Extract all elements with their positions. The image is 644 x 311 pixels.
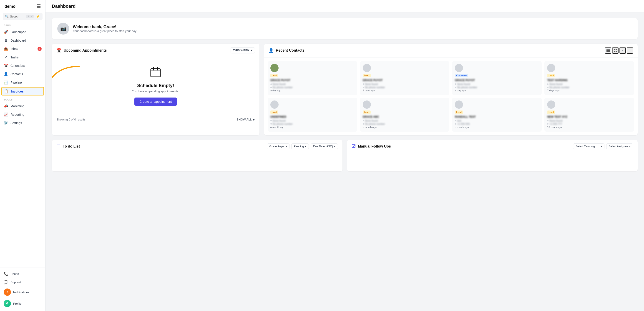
bolt-icon: ⚡ (36, 14, 40, 18)
next-button[interactable]: › (627, 47, 633, 54)
contact-card-7[interactable]: Lead RANDALL TEST test +1 555 555 a mont… (452, 98, 542, 132)
sidebar-item-contacts[interactable]: 👤 Contacts (0, 70, 45, 78)
campaign-filter-label: Select Campaign ... (576, 145, 600, 148)
svg-rect-8 (614, 49, 615, 50)
appointments-header: 📅 Upcoming Appointments THIS WEEK ▾ (52, 44, 260, 57)
contact-detail-2a: None found (363, 83, 447, 86)
sidebar-item-marketing[interactable]: 📣 Marketing (0, 102, 45, 110)
contact-detail-8b: +1 555 777 (547, 122, 631, 125)
contact-card-5[interactable]: Lead UNDEFINED None found No phone numbe… (268, 98, 357, 132)
contact-tag-6: Lead (363, 110, 371, 114)
campaign-filter-button[interactable]: Select Campaign ... ▾ (573, 144, 604, 149)
todo-body (52, 153, 342, 172)
contact-tag-1: Lead (270, 74, 278, 77)
camera-icon: 📷 (60, 26, 66, 32)
sidebar-item-reporting[interactable]: 📈 Reporting (0, 110, 45, 119)
inbox-icon: 📥 (4, 46, 8, 51)
reporting-icon: 📈 (4, 112, 8, 116)
sidebar-item-pipeline[interactable]: 📊 Pipeline (0, 78, 45, 86)
sidebar-profile[interactable]: G Profile (0, 298, 45, 309)
create-appointment-button[interactable]: Create an appointment (134, 98, 177, 106)
sidebar-item-launchpad[interactable]: 🚀 Launchpad (0, 28, 45, 36)
contacts-icon: 👤 (4, 72, 8, 76)
contact-tag-8: Lead (547, 110, 555, 114)
phone-icon: 📞 (4, 272, 8, 276)
main-content: Dashboard 📷 Welcome back, Grace! Your da… (46, 0, 644, 311)
svg-rect-7 (606, 52, 610, 52)
sidebar-item-settings[interactable]: ⚙️ Settings (0, 119, 45, 127)
sidebar-notifications[interactable]: 7 Notifications (0, 286, 45, 298)
contact-tag-2: Lead (363, 74, 371, 77)
empty-title: Schedule Empty! (137, 83, 174, 88)
contact-name-5: UNDEFINED (270, 115, 354, 118)
svg-rect-6 (606, 50, 610, 51)
contact-card-2[interactable]: Lead GRACE PUYOT None found No phone num… (360, 61, 450, 95)
sort-filter-label: Due Date (ASC) (313, 145, 333, 148)
contact-card-4[interactable]: Lead TEST HARDING None found No phone nu… (544, 61, 634, 95)
avatar: G (4, 300, 11, 307)
grid-view-button[interactable] (612, 47, 618, 54)
appointments-actions: THIS WEEK ▾ (230, 47, 255, 54)
owner-filter-button[interactable]: Grace Puyot ▾ (267, 144, 290, 149)
sidebar-item-dashboard[interactable]: ⊞ Dashboard (0, 36, 45, 44)
svg-rect-10 (614, 51, 615, 52)
contact-name-8: NEW TEST XYZ (547, 115, 631, 118)
sidebar-phone[interactable]: 📞 Phone (0, 270, 45, 278)
sidebar-support[interactable]: 💬 Support (0, 278, 45, 286)
contact-detail-4a: None found (547, 83, 631, 86)
contacts-card-icon: 👤 (268, 48, 274, 53)
sidebar: demo. ☰ 🔍 Search ctrl K ⚡ Apps 🚀 Launchp… (0, 0, 46, 311)
appointments-body: Schedule Empty! You have no pending appo… (52, 57, 260, 115)
contact-detail-3b: No phone number (455, 86, 539, 89)
list-view-button[interactable] (605, 47, 611, 54)
content-area: 📷 Welcome back, Grace! Your dashboard is… (46, 13, 644, 311)
chevron-down-icon: ▾ (251, 49, 252, 52)
welcome-text: Welcome back, Grace! Your dashboard is a… (73, 24, 137, 33)
assignee-filter-button[interactable]: Select Assignee ▾ (606, 144, 633, 149)
contact-card-1[interactable]: Lead GRACE PUYOT None found No phone num… (268, 61, 357, 95)
prev-button[interactable]: ‹ (620, 47, 626, 54)
contact-time-8: 13 hours ago (547, 126, 631, 128)
search-label: Search (10, 15, 19, 18)
contact-card-6[interactable]: Lead GRACE ABC None found No phone numbe… (360, 98, 450, 132)
contact-detail-8a: None found (547, 119, 631, 122)
sort-filter-button[interactable]: Due Date (ASC) ▾ (311, 144, 338, 149)
welcome-banner: 📷 Welcome back, Grace! Your dashboard is… (52, 18, 638, 39)
calendars-icon: 📅 (4, 64, 8, 68)
hamburger-icon[interactable]: ☰ (36, 4, 41, 9)
followups-body (347, 153, 638, 172)
contact-detail-5a: None found (270, 119, 354, 122)
settings-icon: ⚙️ (4, 121, 8, 125)
contacts-card: 👤 Recent Contacts ‹ › (264, 44, 638, 135)
marketing-icon: 📣 (4, 104, 8, 108)
dashboard-row-2: To do List Grace Puyot ▾ Pending ▾ Due D… (52, 140, 638, 172)
marketing-label: Marketing (10, 104, 24, 108)
contact-card-8[interactable]: Lead NEW TEST XYZ None found +1 555 777 … (544, 98, 634, 132)
contact-time-3: a day ago (455, 89, 539, 92)
followups-title: Manual Follow Ups (358, 144, 391, 148)
tasks-label: Tasks (10, 56, 19, 59)
calendars-label: Calendars (10, 64, 25, 68)
todo-header: To do List Grace Puyot ▾ Pending ▾ Due D… (52, 140, 342, 153)
sidebar-item-inbox[interactable]: 📥 Inbox 1 (0, 44, 45, 53)
welcome-subtitle: Your dashboard is a great place to start… (73, 29, 137, 33)
page-title: Dashboard (52, 4, 76, 9)
week-filter-label: THIS WEEK (233, 49, 250, 52)
contact-card-3[interactable]: Customer GRACE PUYOT None found No phone… (452, 61, 542, 95)
search-bar[interactable]: 🔍 Search ctrl K ⚡ (3, 13, 42, 20)
assignee-chevron-icon: ▾ (629, 145, 630, 148)
svg-rect-5 (606, 49, 610, 50)
campaign-chevron-icon: ▾ (600, 145, 602, 148)
contact-time-2: 3 days ago (363, 89, 447, 92)
sidebar-item-calendars[interactable]: 📅 Calendars (0, 62, 45, 70)
contact-detail-6b: No phone number (363, 122, 447, 125)
show-all-button[interactable]: SHOW ALL ▶ (236, 118, 255, 121)
status-filter-button[interactable]: Pending ▾ (291, 144, 309, 149)
week-filter-button[interactable]: THIS WEEK ▾ (230, 47, 255, 54)
contacts-grid: Lead GRACE PUYOT None found No phone num… (264, 58, 638, 135)
search-icon: 🔍 (5, 15, 9, 18)
sidebar-item-invoices[interactable]: 📋 Invoices (1, 87, 44, 96)
sidebar-item-tasks[interactable]: ✓ Tasks (0, 53, 45, 62)
contact-avatar-8 (547, 100, 555, 109)
owner-chevron-icon: ▾ (286, 145, 287, 148)
